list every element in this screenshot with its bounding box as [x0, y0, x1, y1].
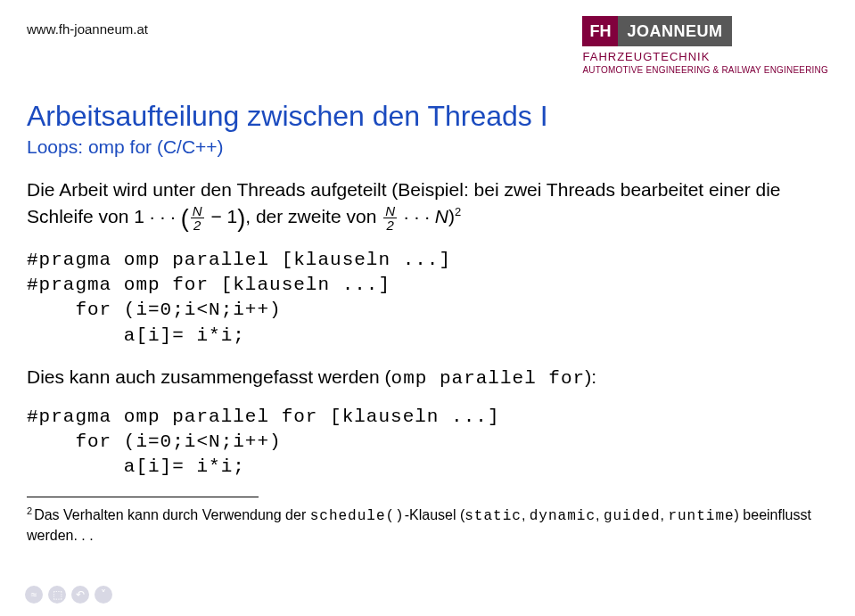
slide-header: www.fh-joanneum.at FH JOANNEUM FAHRZEUGT… [0, 0, 855, 84]
footnote-b: -Klausel ( [405, 507, 465, 522]
inline-code-1: omp parallel for [391, 368, 586, 389]
logo-block: FH JOANNEUM FAHRZEUGTECHNIK AUTOMOTIVE E… [582, 16, 828, 75]
para1-text-d: · · · [399, 206, 435, 226]
footnote-d: , [596, 507, 604, 522]
fraction-2: N2 [383, 204, 397, 232]
logo-subtitle-1: FAHRZEUGTECHNIK [582, 50, 828, 63]
logo-badge: FH JOANNEUM [582, 16, 828, 46]
code-block-2: #pragma omp parallel for [klauseln ...] … [27, 405, 828, 480]
header-url: www.fh-joanneum.at [27, 21, 148, 37]
code-block-1: #pragma omp parallel [klauseln ...] #pra… [27, 248, 828, 349]
para1-text-b: − 1 [206, 206, 238, 226]
para2-text-b: ): [585, 366, 596, 387]
frac-den: 2 [191, 218, 204, 232]
paragraph-2: Dies kann auch zusammengefasst werden (o… [27, 365, 828, 391]
footnote-c: , [522, 507, 530, 522]
var-N: N [435, 206, 448, 226]
logo-fh: FH [582, 16, 618, 46]
superscript-2: 2 [455, 205, 461, 218]
footnote-code-4: guided [604, 508, 661, 524]
para1-text-e: ) [448, 206, 455, 226]
footnote: 2Das Verhalten kann durch Verwendung der… [27, 505, 828, 546]
fraction-1: N2 [191, 204, 204, 232]
logo-joanneum: JOANNEUM [618, 16, 731, 46]
footnote-rule [27, 497, 259, 497]
logo-subtitle-2: AUTOMOTIVE ENGINEERING & RAILWAY ENGINEE… [582, 65, 828, 75]
footnote-a: Das Verhalten kann durch Verwendung der [34, 507, 310, 522]
slide-content: Arbeitsaufteilung zwischen den Threads I… [0, 84, 855, 546]
para1-text-c: , der zweite von [245, 206, 382, 226]
footnote-number: 2 [27, 505, 32, 516]
rparen-icon: ) [237, 205, 245, 232]
nav-wave-icon[interactable]: ≈ [25, 586, 43, 604]
slide-subtitle: Loops: omp for (C/C++) [27, 136, 828, 158]
nav-controls: ≈ ⬚ ↶ ˅ [25, 586, 112, 604]
lparen-icon: ( [181, 205, 189, 232]
slide-title: Arbeitsaufteilung zwischen den Threads I [27, 100, 828, 133]
paragraph-1: Die Arbeit wird unter den Threads aufget… [27, 177, 828, 235]
footnote-code-2: static [464, 508, 522, 524]
footnote-code-1: schedule() [310, 508, 405, 524]
para2-text-a: Dies kann auch zusammengefasst werden ( [27, 366, 391, 387]
frac-den-2: 2 [383, 218, 397, 232]
nav-frame-icon[interactable]: ⬚ [48, 586, 66, 604]
footnote-code-5: runtime [668, 508, 734, 524]
nav-back-icon[interactable]: ↶ [71, 586, 89, 604]
frac-num-2: N [383, 204, 397, 218]
footnote-code-3: dynamic [530, 508, 596, 524]
nav-down-icon[interactable]: ˅ [95, 586, 112, 604]
frac-num: N [191, 204, 204, 218]
